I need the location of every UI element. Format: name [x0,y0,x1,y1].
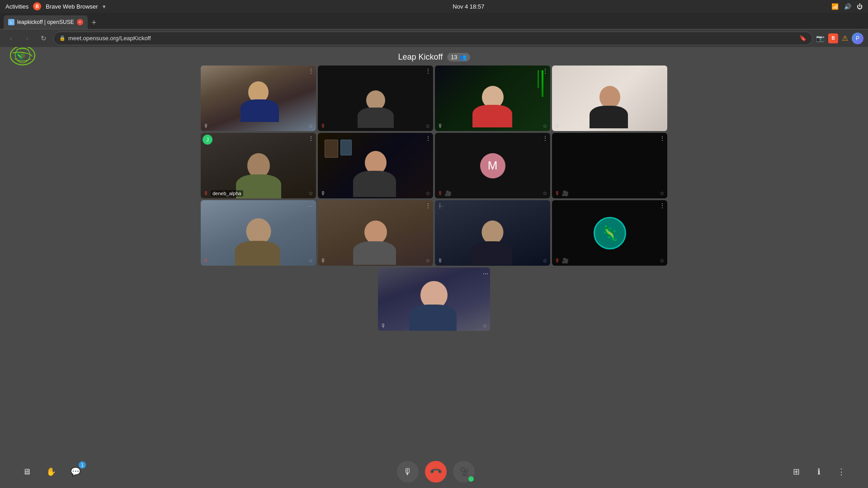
video-cell-4: ⋮ 🎙 ☆ [552,66,667,131]
tab-bar: L leapkickoff | openSUSE × + [0,13,868,29]
cell-1-menu[interactable]: ⋮ [308,67,314,75]
os-topbar: Activities B Brave Web Browser ▾ Nov 4 1… [0,0,868,13]
reload-button[interactable]: ↻ [37,32,50,45]
cell-6-overlay: 🎙 ☆ [318,188,433,198]
tile-view-icon: ⊞ [793,467,800,477]
video-cell-9: ⋯ 🎙 ☆ [201,200,316,266]
screen-share-icon: 🖥 [23,467,31,477]
cell-5-menu[interactable]: ⋮ [308,135,314,142]
brave-shield-icon: B [828,33,838,43]
new-tab-button[interactable]: + [88,16,100,29]
tile-view-button[interactable]: ⊞ [788,463,805,480]
chat-button[interactable]: 💬 1 [67,463,84,480]
cell-5-star[interactable]: ☆ [308,190,313,197]
cell-8-star[interactable]: ☆ [660,190,665,197]
meet-title: Leap Kickoff 13 👥 [398,52,470,62]
back-button[interactable]: ‹ [5,32,17,45]
cell-9-overlay: 🎙 ☆ [201,256,316,266]
cell-11-star[interactable]: ☆ [542,258,547,264]
video-cell-3: ⋮ 🎙 ☆ [435,66,550,131]
activities-button[interactable]: Activities [5,3,28,10]
forward-button[interactable]: › [21,32,33,45]
cell-9-more[interactable]: ⋯ [307,204,312,210]
cell-4-menu[interactable]: ⋮ [659,67,665,75]
browser-app-name: Brave Web Browser [46,3,98,10]
video-cell-10: ⋮ 🎙 ☆ [318,200,433,266]
cell-6-mic: 🎙 [321,190,326,197]
cell-1-star[interactable]: ☆ [308,123,313,129]
cell-2-mic: 🎙 [321,123,326,129]
cell-3-overlay: 🎙 ☆ [435,121,550,131]
cell-9-mic: 🎙 [203,258,209,264]
navigation-bar: ‹ › ↻ 🔒 meet.opensuse.org/LeapKickoff 🔖 … [0,29,868,47]
video-cell-5: J ⋮ 🎙 deneb_alpha ☆ [201,133,316,198]
cell-2-overlay: 🎙 ☆ [318,121,433,131]
os-tray: 📶 🔊 ⏻ [831,3,863,10]
cell-2-star[interactable]: ☆ [425,123,430,129]
cell-10-top-overlay: ⋮ [320,202,431,209]
info-button[interactable]: ℹ [810,463,827,480]
cell-13-overlay: 🎙 ☆ [381,323,487,329]
tab-close-button[interactable]: × [77,19,83,25]
power-icon: ⏻ [857,3,863,10]
control-left: 🖥 ✋ 💬 1 [18,463,84,480]
more-options-icon: ⋮ [837,467,845,477]
end-call-button[interactable]: 📞 [425,461,447,483]
cell-7-star[interactable]: ☆ [542,190,547,197]
cell-1-mic: 🎙 [203,123,209,129]
cell-6-menu[interactable]: ⋮ [425,135,431,142]
cell-4-top-overlay: ⋮ [554,67,665,75]
cell-12-star[interactable]: ☆ [660,258,665,264]
mute-button[interactable]: 🎙 [397,461,419,483]
video-cell-13: ⋯ 🎙 ☆ [378,267,490,331]
opensuse-logo: 🦎 [9,44,36,69]
cell-4-star[interactable]: ☆ [660,123,665,129]
cell-3-star[interactable]: ☆ [542,123,547,129]
app-menu-arrow[interactable]: ▾ [103,3,106,10]
cell-12-menu[interactable]: ⋮ [659,202,665,209]
video-cell-1: ⋮ 🎙 ☆ [201,66,316,131]
wifi-icon: 📶 [831,3,839,10]
control-center: 🎙 📞 🎥 [397,461,475,483]
video-cell-8: ⋮ 🎙 🎥 ☆ [552,133,667,198]
video-cell-6: ⋮ 🎙 ☆ [318,133,433,198]
cell-7-overlay: 🎙 🎥 ☆ [435,188,550,198]
more-options-button[interactable]: ⋮ [833,463,850,480]
camera-nav-icon: 📷 [816,34,825,42]
cell-2-menu[interactable]: ⋮ [425,67,431,75]
cell-10-overlay: 🎙 ☆ [318,256,433,266]
cell-10-menu[interactable]: ⋮ [425,202,431,209]
cell-13-more[interactable]: ⋯ [483,269,488,277]
screen-share-button[interactable]: 🖥 [18,463,35,480]
profile-avatar[interactable]: P [852,33,863,44]
brave-shield[interactable]: B [828,33,838,43]
cell-7-mic: 🎙 [438,190,443,197]
cell-11-menu[interactable]: ⋮ [437,202,443,209]
camera-button[interactable]: 🎥 [453,461,475,483]
active-tab[interactable]: L leapkickoff | openSUSE × [4,15,88,29]
participant-count[interactable]: 13 👥 [447,53,470,61]
cell-9-star[interactable]: ☆ [308,258,313,264]
cell-4-overlay: 🎙 ☆ [552,121,667,131]
cell-11-mic: 🎙 [438,258,443,264]
cell-7-menu[interactable]: ⋮ [542,135,548,142]
cell-13-mic: 🎙 [381,323,386,329]
raise-hand-icon: ✋ [46,467,56,477]
bookmark-icon[interactable]: 🔖 [799,35,807,42]
cell-13-star[interactable]: ☆ [482,323,487,329]
speaker-icon: 🔊 [844,3,851,10]
cell-8-menu[interactable]: ⋮ [659,135,665,142]
cell-10-star[interactable]: ☆ [425,258,430,264]
cell-3-menu[interactable]: ⋮ [542,67,548,75]
end-call-icon: 📞 [429,465,443,479]
camera-active-indicator [468,476,474,482]
cell-6-top-overlay: ⋮ [320,135,431,142]
cell-3-top-overlay: ⋮ [437,67,548,75]
cell-6-star[interactable]: ☆ [425,190,430,197]
avatar-circle-m: M [480,153,505,178]
brave-browser-icon: B [33,2,41,10]
raise-hand-button[interactable]: ✋ [42,463,60,480]
video-grid: ⋮ 🎙 ☆ ⋮ 🎙 ☆ [0,66,868,455]
cell-1-top-overlay: ⋮ [203,67,314,75]
address-bar[interactable]: 🔒 meet.opensuse.org/LeapKickoff 🔖 [53,32,812,45]
